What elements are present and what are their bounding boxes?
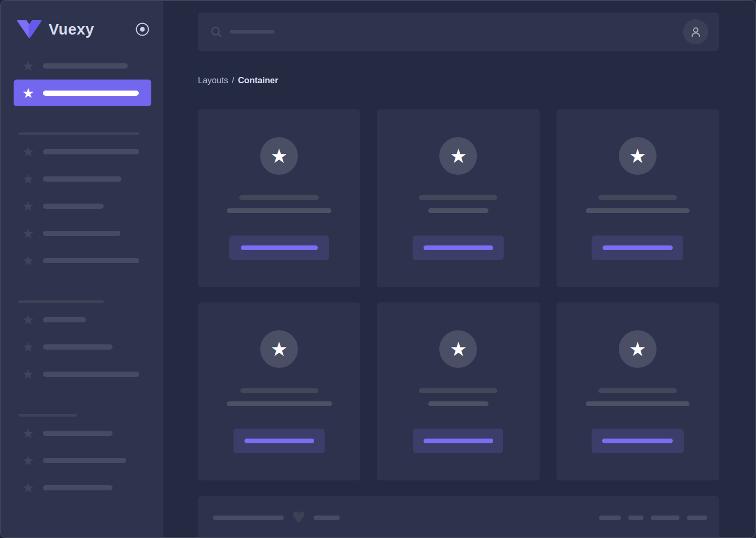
card-action-button[interactable]	[413, 236, 504, 260]
card-grid: ★★★★★★	[198, 109, 719, 480]
card-avatar-circle: ★	[619, 330, 657, 368]
heart-icon: ♥	[292, 511, 306, 524]
card-action-button[interactable]	[592, 236, 683, 260]
card-subtitle-placeholder	[227, 401, 332, 406]
button-label-placeholder	[424, 439, 493, 443]
star-icon: ★	[22, 200, 35, 212]
sidebar-item[interactable]: ★	[1, 165, 163, 193]
menu-label-placeholder	[43, 231, 120, 236]
star-icon: ★	[22, 368, 35, 380]
star-icon: ★	[22, 341, 35, 353]
star-icon: ★	[629, 147, 646, 166]
nav-section-divider	[18, 132, 139, 135]
footer-link-placeholder	[687, 515, 707, 520]
card-subtitle-placeholder	[586, 208, 690, 213]
card-avatar-circle: ★	[439, 330, 477, 368]
card-avatar-circle: ★	[260, 330, 298, 368]
menu-label-placeholder	[43, 258, 139, 263]
sidebar-item[interactable]: ★	[1, 333, 163, 361]
card-subtitle-placeholder	[586, 401, 690, 406]
placeholder-card: ★	[557, 302, 719, 480]
card-title-placeholder	[419, 388, 497, 393]
star-icon: ★	[629, 340, 646, 359]
user-avatar[interactable]	[683, 19, 708, 44]
card-title-placeholder	[598, 388, 677, 393]
placeholder-card: ★	[198, 109, 360, 287]
vuexy-logo-icon	[17, 19, 42, 40]
breadcrumb-parent[interactable]: Layouts	[198, 75, 228, 85]
card-subtitle-placeholder	[428, 401, 488, 406]
menu-label-placeholder	[43, 149, 139, 154]
card-avatar-circle: ★	[260, 137, 298, 175]
card-avatar-circle: ★	[619, 137, 657, 175]
star-icon: ★	[22, 427, 35, 440]
menu-label-placeholder	[43, 485, 113, 490]
card-title-placeholder	[419, 195, 497, 200]
card-title-placeholder	[598, 195, 677, 200]
footer-card: ♥	[198, 496, 719, 538]
star-icon: ★	[22, 227, 35, 240]
star-icon: ★	[271, 147, 288, 166]
card-action-button[interactable]	[413, 429, 503, 453]
breadcrumb-separator: /	[232, 75, 235, 85]
search-placeholder-bar	[230, 30, 274, 33]
search-bar[interactable]	[198, 13, 719, 51]
footer-link-placeholder	[599, 515, 621, 520]
sidebar-nav: ★★★★★★★★★★★★★	[1, 52, 163, 501]
sidebar-header: Vuexy	[1, 1, 163, 40]
placeholder-card: ★	[198, 302, 360, 480]
sidebar-item[interactable]: ★	[1, 361, 163, 388]
sidebar-item[interactable]: ★	[1, 193, 163, 220]
button-label-placeholder	[241, 245, 318, 250]
card-title-placeholder	[240, 388, 318, 393]
placeholder-card: ★	[377, 302, 539, 480]
card-subtitle-placeholder	[428, 208, 488, 213]
star-icon: ★	[22, 145, 35, 158]
sidebar-item[interactable]: ★	[1, 420, 163, 447]
menu-label-placeholder	[43, 63, 128, 69]
star-icon: ★	[22, 313, 35, 326]
sidebar-item-active[interactable]: ★	[14, 80, 151, 106]
person-icon	[689, 25, 703, 39]
card-subtitle-placeholder	[227, 208, 331, 213]
button-label-placeholder	[424, 245, 493, 250]
footer-link-placeholder	[651, 515, 680, 520]
sidebar-item[interactable]: ★	[1, 247, 163, 274]
footer-links-group	[599, 515, 707, 520]
menu-label-placeholder	[43, 317, 86, 322]
search-icon	[210, 26, 222, 38]
card-action-button[interactable]	[592, 429, 684, 453]
nav-section-divider	[18, 414, 77, 417]
star-icon: ★	[22, 454, 35, 467]
button-label-placeholder	[602, 439, 673, 443]
sidebar-item[interactable]: ★	[1, 52, 163, 80]
card-title-placeholder	[239, 195, 319, 200]
sidebar-item[interactable]: ★	[1, 306, 163, 333]
sidebar-item[interactable]: ★	[1, 220, 163, 247]
button-label-placeholder	[244, 439, 314, 443]
breadcrumb-current: Container	[238, 75, 278, 85]
star-icon: ★	[22, 481, 35, 494]
star-icon: ★	[22, 254, 35, 267]
sidebar-pin-toggle-icon[interactable]	[135, 22, 150, 37]
sidebar-item[interactable]: ★	[1, 138, 163, 165]
nav-section-divider	[18, 300, 104, 303]
app-window: Vuexy ★★★★★★★★★★★★★	[0, 0, 756, 538]
menu-label-placeholder	[43, 344, 113, 350]
placeholder-card: ★	[557, 109, 719, 287]
menu-label-placeholder	[43, 91, 139, 96]
card-action-button[interactable]	[229, 236, 329, 260]
sidebar-item[interactable]: ★	[1, 474, 163, 501]
sidebar-item[interactable]: ★	[1, 447, 163, 474]
menu-label-placeholder	[43, 431, 113, 436]
sidebar: Vuexy ★★★★★★★★★★★★★	[1, 1, 163, 537]
star-icon: ★	[22, 87, 35, 99]
footer-row: ♥	[213, 511, 707, 524]
star-icon: ★	[22, 173, 35, 185]
menu-label-placeholder	[43, 204, 104, 209]
footer-link-placeholder	[628, 515, 643, 520]
card-action-button[interactable]	[234, 429, 325, 453]
menu-label-placeholder	[43, 176, 121, 182]
star-icon: ★	[450, 147, 467, 166]
star-icon: ★	[271, 340, 288, 359]
